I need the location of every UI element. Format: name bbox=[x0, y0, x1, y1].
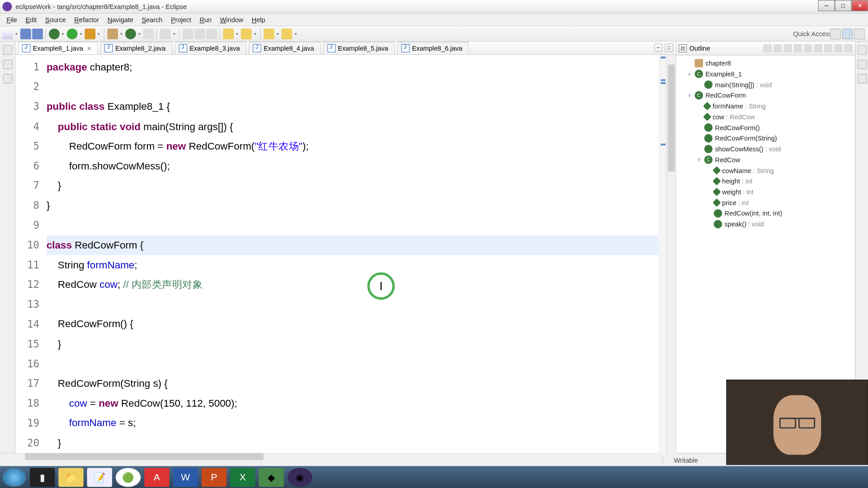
run-icon[interactable] bbox=[67, 28, 78, 39]
menu-source[interactable]: Source bbox=[41, 15, 70, 24]
vertical-scrollbar[interactable] bbox=[666, 55, 675, 453]
toggle-block-icon[interactable] bbox=[194, 28, 205, 39]
outline-node[interactable]: weight : int bbox=[679, 187, 853, 197]
outline-node[interactable]: formName : String bbox=[679, 101, 853, 112]
package-explorer-icon[interactable] bbox=[3, 60, 12, 69]
back-icon[interactable] bbox=[264, 28, 274, 39]
outline-node[interactable]: chapter8 bbox=[679, 58, 853, 69]
outline-node[interactable]: RedCowForm(String) bbox=[679, 133, 853, 144]
outline-node[interactable]: RedCowForm() bbox=[679, 122, 853, 133]
minimize-view-icon[interactable] bbox=[834, 44, 842, 52]
outline-node[interactable]: main(String[]) : void bbox=[679, 79, 853, 90]
outline-node[interactable]: ▿RedCowForm bbox=[679, 90, 853, 101]
java-perspective-icon[interactable] bbox=[842, 28, 853, 39]
hide-nonpublic-icon[interactable] bbox=[804, 44, 812, 52]
explorer-icon[interactable]: 📁 bbox=[58, 468, 83, 487]
toggle-mark-icon[interactable] bbox=[183, 28, 193, 39]
open-perspective-icon[interactable] bbox=[830, 28, 841, 39]
outline-node[interactable]: ▿Example8_1 bbox=[679, 69, 853, 80]
notepad-icon[interactable]: 📝 bbox=[87, 468, 112, 487]
menu-project[interactable]: Project bbox=[167, 15, 196, 24]
menu-window[interactable]: Window bbox=[216, 15, 247, 24]
expand-icon[interactable]: ▿ bbox=[697, 157, 702, 163]
app-icon[interactable]: ◆ bbox=[259, 468, 283, 487]
dropdown-icon[interactable]: ▾ bbox=[97, 28, 102, 39]
task-list-icon[interactable] bbox=[857, 60, 867, 69]
outline-node[interactable]: cowName : String bbox=[679, 165, 853, 176]
maximize-view-icon[interactable] bbox=[844, 44, 853, 52]
outline-node[interactable]: price : int bbox=[679, 197, 853, 208]
dropdown-icon[interactable]: ▾ bbox=[275, 28, 280, 39]
save-icon[interactable] bbox=[20, 28, 31, 39]
debug-perspective-icon[interactable] bbox=[854, 28, 865, 39]
restore-view-icon[interactable] bbox=[3, 45, 12, 55]
maximize-button[interactable]: □ bbox=[835, 0, 852, 11]
forward-icon[interactable] bbox=[282, 28, 292, 39]
menu-navigate[interactable]: Navigate bbox=[103, 15, 137, 24]
debug-icon[interactable] bbox=[49, 28, 60, 39]
dropdown-icon[interactable]: ▾ bbox=[119, 28, 124, 39]
tab-example8_2-java[interactable]: Example8_2.java bbox=[100, 42, 172, 54]
dropdown-icon[interactable]: ▾ bbox=[293, 28, 298, 39]
powerpoint-icon[interactable]: P bbox=[202, 468, 226, 487]
menu-run[interactable]: Run bbox=[195, 15, 216, 24]
menu-help[interactable]: Help bbox=[248, 15, 269, 24]
outline-node[interactable]: speak() : void bbox=[679, 219, 853, 230]
dropdown-icon[interactable]: ▾ bbox=[61, 28, 66, 39]
dropdown-icon[interactable]: ▾ bbox=[235, 28, 240, 39]
tab-example8_5-java[interactable]: Example8_5.java bbox=[323, 42, 395, 54]
open-type-icon[interactable] bbox=[143, 28, 154, 39]
taskbar[interactable]: ▮ 📁 📝 🟢 A W P X ◆ ◉ bbox=[0, 466, 868, 488]
focus-icon[interactable] bbox=[763, 44, 771, 52]
excel-icon[interactable]: X bbox=[230, 468, 255, 487]
hide-local-icon[interactable] bbox=[814, 44, 822, 52]
chrome-icon[interactable]: 🟢 bbox=[116, 468, 141, 487]
eclipse-icon[interactable]: ◉ bbox=[288, 468, 312, 487]
hide-fields-icon[interactable] bbox=[783, 44, 792, 52]
code-content[interactable]: package chapter8; public class Example8_… bbox=[45, 55, 659, 453]
tab-example8_4-java[interactable]: Example8_4.java bbox=[249, 42, 321, 54]
acrobat-icon[interactable]: A bbox=[144, 468, 169, 487]
menu-edit[interactable]: Edit bbox=[21, 15, 41, 24]
outline-node[interactable]: ▿RedCow bbox=[679, 155, 853, 165]
next-annotation-icon[interactable] bbox=[223, 28, 234, 39]
word-icon[interactable]: W bbox=[173, 468, 198, 487]
dropdown-icon[interactable]: ▾ bbox=[253, 28, 258, 39]
tab-example8_6-java[interactable]: Example8_6.java bbox=[397, 42, 469, 54]
minimize-button[interactable]: ─ bbox=[818, 0, 835, 11]
menu-refactor[interactable]: Refactor bbox=[70, 15, 103, 24]
restore-view-icon[interactable] bbox=[857, 45, 867, 55]
show-whitespace-icon[interactable] bbox=[206, 28, 217, 39]
code-editor[interactable]: 1234567891011121314151617181920 package … bbox=[15, 55, 675, 453]
outline-node[interactable]: RedCow(int, int, int) bbox=[679, 208, 853, 219]
menu-file[interactable]: File bbox=[2, 15, 21, 24]
start-button[interactable] bbox=[2, 468, 26, 487]
outline-node[interactable]: height : int bbox=[679, 176, 853, 187]
expand-icon[interactable]: ▿ bbox=[687, 71, 692, 77]
overview-ruler[interactable] bbox=[659, 55, 666, 453]
dropdown-icon[interactable]: ▾ bbox=[137, 28, 142, 39]
tab-example8_3-java[interactable]: Example8_3.java bbox=[175, 42, 246, 54]
dropdown-icon[interactable]: ▾ bbox=[14, 28, 19, 39]
terminal-icon[interactable]: ▮ bbox=[30, 468, 55, 487]
new-package-icon[interactable] bbox=[107, 28, 118, 39]
new-class-icon[interactable] bbox=[125, 28, 136, 39]
tab-example8_1-java[interactable]: Example8_1.java✕ bbox=[18, 42, 98, 54]
sort-icon[interactable] bbox=[774, 44, 782, 52]
outline-node[interactable]: showCowMess() : void bbox=[679, 144, 853, 155]
view-menu-icon[interactable] bbox=[824, 44, 832, 52]
quick-access[interactable]: Quick Access bbox=[793, 30, 832, 38]
dropdown-icon[interactable]: ▾ bbox=[79, 28, 84, 39]
close-tab-icon[interactable]: ✕ bbox=[87, 45, 92, 52]
expand-icon[interactable]: ▿ bbox=[687, 92, 692, 98]
run-last-icon[interactable] bbox=[85, 28, 95, 39]
save-all-icon[interactable] bbox=[32, 28, 43, 39]
hide-static-icon[interactable] bbox=[794, 44, 802, 52]
new-icon[interactable] bbox=[2, 28, 13, 39]
problems-icon[interactable] bbox=[857, 74, 867, 84]
hierarchy-icon[interactable] bbox=[3, 74, 12, 84]
minimize-view-icon[interactable]: ─ bbox=[654, 43, 662, 52]
menu-search[interactable]: Search bbox=[137, 15, 166, 24]
close-button[interactable]: ✕ bbox=[852, 0, 868, 11]
dropdown-icon[interactable]: ▾ bbox=[172, 28, 177, 39]
